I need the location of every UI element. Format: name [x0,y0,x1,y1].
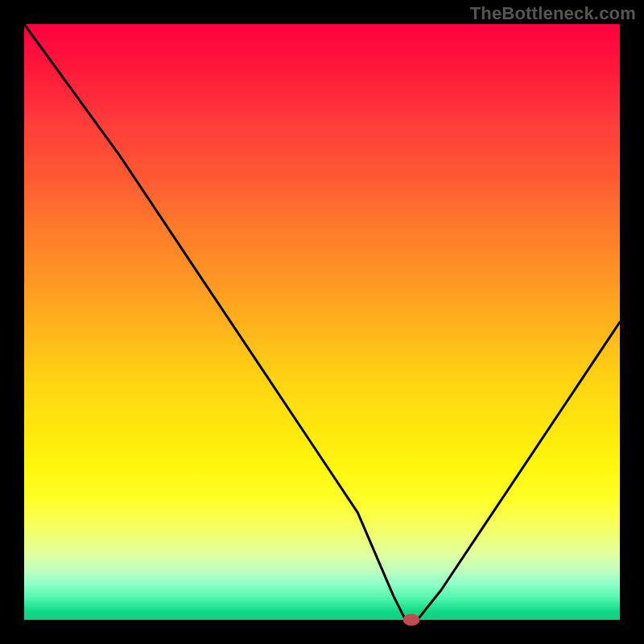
curve-svg [24,24,620,620]
plot-area [24,24,620,620]
chart-frame: TheBottleneck.com [0,0,644,644]
bottleneck-curve [24,24,620,620]
minimum-marker [403,614,419,625]
watermark-text: TheBottleneck.com [470,3,636,24]
